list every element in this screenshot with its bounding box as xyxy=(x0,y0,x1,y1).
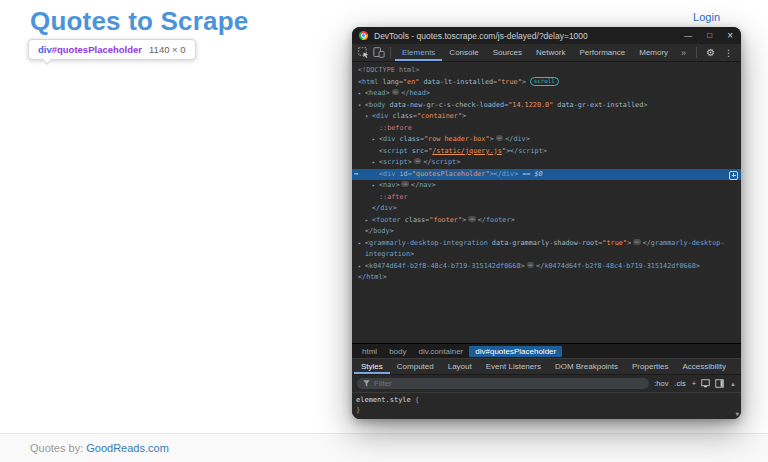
code-line[interactable]: ▾<div class="container"> xyxy=(352,111,741,123)
collapse-arrow-icon[interactable]: ▾ xyxy=(358,100,365,112)
devtools-window-title: DevTools - quotes.toscrape.com/js-delaye… xyxy=(374,31,588,41)
sidebar-tab-computed[interactable]: Computed xyxy=(390,359,441,374)
sidebar-tab-accessibility[interactable]: Accessibility xyxy=(676,359,734,374)
code-line[interactable]: ⋯<div id="quotesPlaceholder"></div> == $… xyxy=(352,169,741,181)
sidebar-tab-layout[interactable]: Layout xyxy=(441,359,479,374)
devtools-titlebar[interactable]: DevTools - quotes.toscrape.com/js-delaye… xyxy=(352,27,741,44)
tooltip-id: #quotesPlaceholder xyxy=(52,44,142,55)
style-control-cls[interactable]: .cls xyxy=(674,379,685,388)
breadcrumb-item[interactable]: div#quotesPlaceholder xyxy=(469,346,562,357)
expand-arrow-icon[interactable]: ▸ xyxy=(358,261,365,273)
code-line[interactable]: </div> xyxy=(352,203,741,215)
expand-arrow-icon[interactable]: ▸ xyxy=(372,134,379,146)
code-line[interactable]: ▸<k0474d64f-b2f8-48c4-b719-315142df0668>… xyxy=(352,261,741,273)
code-line[interactable]: ▸<script>⋯</script> xyxy=(352,157,741,169)
expand-inline-icon[interactable]: ⋯ xyxy=(527,262,535,268)
maximize-button[interactable]: □ xyxy=(707,32,712,40)
element-badge-icon[interactable] xyxy=(729,171,738,180)
style-control-hov[interactable]: :hov xyxy=(654,379,668,388)
sidebar-toggle-icon[interactable] xyxy=(715,379,724,388)
code-line[interactable]: </body> xyxy=(352,226,741,238)
code-token: "container" xyxy=(417,112,462,120)
attribute-link[interactable]: /static/jquery.js xyxy=(432,147,502,155)
tab-sources[interactable]: Sources xyxy=(486,44,529,61)
code-token: id xyxy=(395,170,407,178)
scrollbar-down-icon[interactable]: ▼ xyxy=(735,410,739,417)
code-token: script xyxy=(432,158,457,166)
goodreads-link[interactable]: GoodReads.com xyxy=(86,442,169,454)
code-line[interactable]: <!DOCTYPE html> xyxy=(352,65,741,77)
styles-filter-box[interactable] xyxy=(357,378,649,389)
device-toolbar-icon[interactable] xyxy=(371,45,386,60)
code-line[interactable]: <html lang="en" data-lt-installed="true"… xyxy=(352,77,741,89)
code-line[interactable]: ▸<footer class="footer">⋯</footer> xyxy=(352,215,741,227)
code-line[interactable]: ::after xyxy=(352,192,741,204)
breadcrumb-item[interactable]: body xyxy=(383,346,412,357)
expand-inline-icon[interactable]: ⋯ xyxy=(414,158,422,164)
expand-arrow-icon[interactable]: ▸ xyxy=(372,180,379,192)
line-menu-icon[interactable]: ⋯ xyxy=(354,169,357,181)
inspect-element-icon[interactable] xyxy=(356,45,371,60)
code-token: body xyxy=(373,227,389,235)
elements-tree: <!DOCTYPE html><html lang="en" data-lt-i… xyxy=(352,62,741,343)
tab-memory[interactable]: Memory xyxy=(632,44,675,61)
expand-arrow-icon[interactable]: ▸ xyxy=(358,88,365,100)
app-root: Quotes to Scrape Login div#quotesPlaceho… xyxy=(0,0,768,462)
code-token: div xyxy=(380,204,392,212)
code-line[interactable]: ▾<body data-new-gr-c-s-check-loaded="14.… xyxy=(352,100,741,112)
expand-inline-icon[interactable]: ⋯ xyxy=(633,239,641,245)
sidebar-tab-event-listeners[interactable]: Event Listeners xyxy=(479,359,548,374)
expand-arrow-icon[interactable]: ▸ xyxy=(358,238,365,250)
more-tabs-chevron[interactable]: » xyxy=(675,48,692,58)
tab-performance[interactable]: Performance xyxy=(572,44,632,61)
styles-filter-input[interactable] xyxy=(374,379,643,388)
new-style-rule-icon[interactable] xyxy=(701,379,710,388)
expand-arrow-icon[interactable]: ▸ xyxy=(365,215,372,227)
code-line[interactable]: ::before xyxy=(352,123,741,135)
element-style-section[interactable]: element.style { } ▼ xyxy=(352,392,741,419)
scroll-badge[interactable]: scroll xyxy=(530,77,559,86)
minimize-button[interactable]: — xyxy=(684,32,692,40)
breadcrumb-item[interactable]: div.container xyxy=(412,346,469,357)
expand-inline-icon[interactable]: ⋯ xyxy=(468,216,476,222)
code-line[interactable]: ▸<grammarly-desktop-integration data-gra… xyxy=(352,238,741,250)
expand-inline-icon[interactable]: ⋯ xyxy=(496,135,504,141)
expand-inline-icon[interactable]: ⋯ xyxy=(401,181,409,187)
sidebar-tab-dom-breakpoints[interactable]: DOM Breakpoints xyxy=(548,359,625,374)
breadcrumb-item[interactable]: html xyxy=(356,346,383,357)
devtools-toolbar: ElementsConsoleSourcesNetworkPerformance… xyxy=(352,44,741,62)
code-token: script xyxy=(383,158,408,166)
code-line[interactable]: ▸<nav>⋯</nav> xyxy=(352,180,741,192)
close-button[interactable]: × xyxy=(727,32,733,40)
code-token: > xyxy=(522,78,526,86)
scrollbar-up-icon[interactable]: ▲ xyxy=(730,381,736,387)
code-token: script xyxy=(518,147,543,155)
settings-gear-icon[interactable]: ⚙ xyxy=(701,47,720,58)
expand-arrow-icon[interactable]: ▸ xyxy=(372,157,379,169)
tab-console[interactable]: Console xyxy=(442,44,485,61)
sidebar-tab-styles[interactable]: Styles xyxy=(354,359,390,374)
code-token: head xyxy=(369,89,385,97)
code-token: data-gr-ext-installed xyxy=(553,101,643,109)
tab-elements[interactable]: Elements xyxy=(395,44,442,61)
page-title[interactable]: Quotes to Scrape xyxy=(30,6,248,37)
sidebar-tab-properties[interactable]: Properties xyxy=(625,359,675,374)
login-link[interactable]: Login xyxy=(693,11,720,23)
code-line[interactable]: ▸<head>⋯</head> xyxy=(352,88,741,100)
code-token: ></ xyxy=(506,147,518,155)
collapse-arrow-icon[interactable]: ▾ xyxy=(365,111,372,123)
code-line[interactable]: ▸<div class="row header-box">⋯</div> xyxy=(352,134,741,146)
code-token: "true" xyxy=(497,78,522,86)
style-control-[interactable]: + xyxy=(692,379,696,388)
expand-inline-icon[interactable]: ⋯ xyxy=(392,89,400,95)
kebab-menu-icon[interactable]: ⋮ xyxy=(720,48,737,58)
toolbar-divider xyxy=(390,47,391,58)
code-token: src xyxy=(408,147,424,155)
tab-network[interactable]: Network xyxy=(529,44,572,61)
code-line[interactable]: </html> xyxy=(352,272,741,284)
tooltip-dimensions: 1140 × 0 xyxy=(149,44,186,55)
code-line[interactable]: <script src="/static/jquery.js"></script… xyxy=(352,146,741,158)
code-token: > xyxy=(385,89,389,97)
code-token: "true" xyxy=(602,239,627,247)
code-line[interactable]: integration> xyxy=(352,249,741,261)
